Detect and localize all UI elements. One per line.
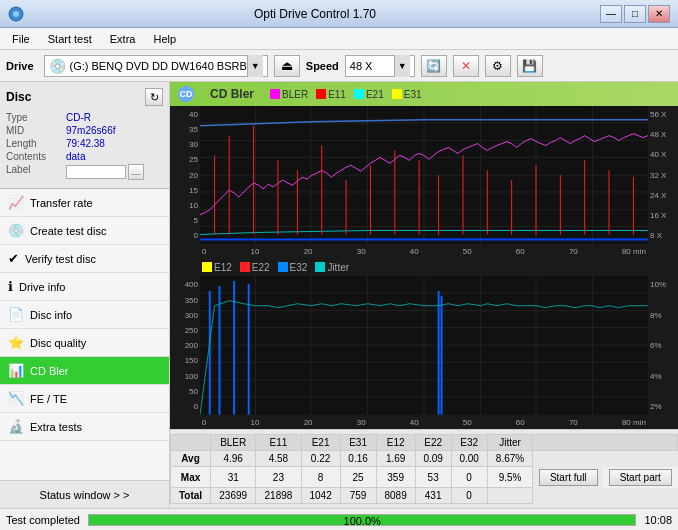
status-percent: 100.0% [344,515,381,527]
total-e21: 1042 [301,488,340,504]
cd-bler-label: CD Bler [30,365,69,377]
main-layout: Disc ↻ Type CD-R MID 97m26s66f Length 79… [0,82,678,508]
clear-button[interactable]: ✕ [453,55,479,77]
status-window-button[interactable]: Status window > > [0,480,169,508]
max-e12: 359 [376,467,415,488]
sidebar-item-verify-test-disc[interactable]: ✔ Verify test disc [0,245,169,273]
status-progress-wrapper: 100.0% [88,514,636,526]
extra-tests-label: Extra tests [30,421,82,433]
menu-file[interactable]: File [4,31,38,47]
sidebar-item-transfer-rate[interactable]: 📈 Transfer rate [0,189,169,217]
drive-info-label: Drive info [19,281,65,293]
maximize-button[interactable]: □ [624,5,646,23]
disc-panel-header: Disc ↻ [6,88,163,106]
avg-e12: 1.69 [376,451,415,467]
col-e21: E21 [301,435,340,451]
eject-button[interactable]: ⏏ [274,55,300,77]
chart2-wrapper: 400 350 300 250 200 150 100 50 0 [170,276,678,415]
legend-e11-label: E11 [328,89,346,100]
disc-length-value: 79:42.38 [66,138,105,149]
max-e32: 0 [451,467,487,488]
legend-bler-label: BLER [282,89,308,100]
legend-e12-color [202,262,212,272]
sidebar-item-disc-quality[interactable]: ⭐ Disc quality [0,329,169,357]
sidebar-item-create-test-disc[interactable]: 💿 Create test disc [0,217,169,245]
legend-e11: E11 [316,89,346,100]
menu-bar: File Start test Extra Help [0,28,678,50]
svg-point-1 [13,11,19,17]
sidebar-item-cd-bler[interactable]: 📊 CD Bler [0,357,169,385]
cd-bler-icon: 📊 [8,363,24,378]
avg-e31: 0.16 [340,451,376,467]
speed-dropdown-arrow[interactable]: ▼ [394,55,410,77]
legend-e22-color [240,262,250,272]
menu-help[interactable]: Help [145,31,184,47]
stats-header-row: BLER E11 E21 E31 E12 E22 E32 Jitter [171,435,678,451]
label-input[interactable] [66,165,126,179]
chart1-legend: BLER E11 E21 E31 [270,89,422,100]
speed-text: 48 X [350,60,394,72]
drive-selector[interactable]: 💿 (G:) BENQ DVD DD DW1640 BSRB ▼ [44,55,268,77]
menu-extra[interactable]: Extra [102,31,144,47]
drive-info-icon: ℹ [8,279,13,294]
verify-test-disc-icon: ✔ [8,251,19,266]
start-full-button[interactable]: Start full [539,469,598,486]
fe-te-label: FE / TE [30,393,67,405]
disc-type-row: Type CD-R [6,112,163,123]
avg-e32: 0.00 [451,451,487,467]
create-test-disc-label: Create test disc [30,225,106,237]
app-icon [8,6,24,22]
drive-icon: 💿 [49,58,66,74]
legend-e32-label: E32 [290,262,308,273]
sidebar-item-disc-info[interactable]: 📄 Disc info [0,301,169,329]
refresh-speed-button[interactable]: 🔄 [421,55,447,77]
status-bar: Test completed 100.0% 10:08 [0,508,678,530]
legend-e32: E32 [278,262,308,273]
legend-bler-color [270,89,280,99]
legend-e12-label: E12 [214,262,232,273]
chart2-legend-items: E12 E22 E32 Jitter [202,262,349,273]
legend-e31-color [392,89,402,99]
sidebar-item-extra-tests[interactable]: 🔬 Extra tests [0,413,169,441]
extra-tests-icon: 🔬 [8,419,24,434]
status-text: Test completed [6,514,80,526]
minimize-button[interactable]: — [600,5,622,23]
chart1-y-axis: 40 35 30 25 20 15 10 5 0 [170,106,200,244]
label-browse-button[interactable]: … [128,164,144,180]
total-bler: 23699 [211,488,256,504]
stats-avg-row: Avg 4.96 4.58 0.22 0.16 1.69 0.09 0.00 8… [171,451,678,467]
disc-contents-row: Contents data [6,151,163,162]
save-button[interactable]: 💾 [517,55,543,77]
disc-refresh-button[interactable]: ↻ [145,88,163,106]
status-time: 10:08 [644,514,672,526]
drive-bar: Drive 💿 (G:) BENQ DVD DD DW1640 BSRB ▼ ⏏… [0,50,678,82]
label-input-wrapper: … [66,164,144,180]
chart1-svg [200,106,648,244]
start-part-button[interactable]: Start part [609,469,672,486]
disc-label-label: Label [6,164,66,180]
sidebar-item-drive-info[interactable]: ℹ Drive info [0,273,169,301]
legend-e12: E12 [202,262,232,273]
charts-container: 40 35 30 25 20 15 10 5 0 [170,106,678,429]
col-e12: E12 [376,435,415,451]
disc-length-label: Length [6,138,66,149]
title-bar: Opti Drive Control 1.70 — □ ✕ [0,0,678,28]
max-e21: 8 [301,467,340,488]
total-e22: 431 [415,488,451,504]
disc-length-row: Length 79:42.38 [6,138,163,149]
chart2-svg [200,276,648,415]
legend-jitter-color [315,262,325,272]
sidebar-item-fe-te[interactable]: 📉 FE / TE [0,385,169,413]
close-button[interactable]: ✕ [648,5,670,23]
avg-e22: 0.09 [415,451,451,467]
legend-e31-label: E31 [404,89,422,100]
disc-quality-icon: ⭐ [8,335,24,350]
legend-e22-label: E22 [252,262,270,273]
settings-button[interactable]: ⚙ [485,55,511,77]
speed-selector[interactable]: 48 X ▼ [345,55,415,77]
legend-bler: BLER [270,89,308,100]
disc-panel: Disc ↻ Type CD-R MID 97m26s66f Length 79… [0,82,169,189]
drive-dropdown-arrow[interactable]: ▼ [247,55,263,77]
disc-mid-row: MID 97m26s66f [6,125,163,136]
menu-start-test[interactable]: Start test [40,31,100,47]
